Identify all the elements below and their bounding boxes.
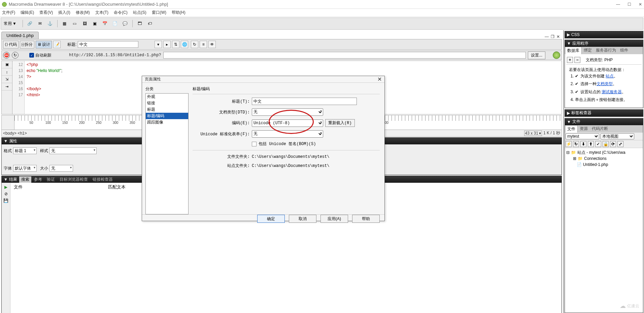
- test-server-link[interactable]: 测试服务器: [602, 90, 622, 94]
- refresh-page-icon[interactable]: ↻: [12, 52, 19, 59]
- tag-selector[interactable]: <body> <h1>: [3, 131, 27, 136]
- get-files-icon[interactable]: ⬇: [580, 141, 586, 147]
- format-select[interactable]: 标题 1: [13, 147, 37, 154]
- view-split-button[interactable]: ⌸ 拆分: [20, 41, 34, 48]
- tag-chooser-icon[interactable]: 🏷: [146, 20, 154, 27]
- size-select[interactable]: 无: [49, 165, 73, 172]
- view-design-button[interactable]: 🖥 设计: [36, 41, 52, 48]
- gutter-expand-icon[interactable]: ▣: [2, 61, 12, 68]
- view-code-button[interactable]: ⟨⟩ 代码: [3, 41, 19, 48]
- create-site-link[interactable]: 站点: [606, 74, 614, 78]
- gutter-arrows-icon[interactable]: ↕: [2, 68, 12, 76]
- cat-title-encoding[interactable]: 标题/编码: [146, 113, 188, 119]
- untitled-file[interactable]: Untitled-1.php: [583, 162, 608, 168]
- media-icon[interactable]: ▣: [91, 20, 99, 27]
- files-tab-snippets[interactable]: 代码片断: [590, 125, 610, 133]
- menu-text[interactable]: 文本(T): [95, 10, 108, 15]
- application-panel-title[interactable]: 应用程序: [572, 41, 588, 46]
- connect-icon[interactable]: ⚡: [566, 141, 572, 147]
- expand-files-icon[interactable]: ⤢: [617, 141, 623, 147]
- stop-icon[interactable]: ⛔: [3, 52, 10, 59]
- doc-minimize-button[interactable]: —: [545, 34, 549, 39]
- doc-restore-button[interactable]: ❐: [551, 34, 554, 39]
- results-run-icon[interactable]: ▶: [4, 185, 7, 189]
- cat-appearance[interactable]: 外观: [146, 94, 188, 100]
- menu-modify[interactable]: 修改(M): [76, 10, 90, 15]
- menu-help[interactable]: 帮助(H): [172, 10, 185, 15]
- title-field[interactable]: [252, 98, 357, 105]
- document-tab[interactable]: Untitled-1.php: [1, 32, 39, 39]
- menu-commands[interactable]: 命令(C): [114, 10, 128, 15]
- dtd-select[interactable]: 无: [252, 108, 323, 116]
- add-connection-button[interactable]: +: [567, 57, 573, 63]
- toolbar-group-select[interactable]: 常用 ▼: [4, 21, 16, 27]
- doc-type-link[interactable]: 文档类型: [597, 81, 613, 86]
- normalization-select[interactable]: 无: [252, 130, 323, 138]
- put-files-icon[interactable]: ⬆: [588, 141, 594, 147]
- remove-connection-button[interactable]: −: [574, 57, 580, 63]
- preview-browser-icon[interactable]: 🌐: [181, 41, 188, 48]
- menu-insert[interactable]: 插入(I): [58, 10, 70, 15]
- site-select[interactable]: mytest: [566, 133, 599, 139]
- auto-refresh-toggle[interactable]: ✓自动刷新: [29, 53, 52, 58]
- comment-icon[interactable]: 💬: [122, 20, 129, 27]
- check-browser-icon[interactable]: ▸: [163, 41, 171, 48]
- dialog-close-button[interactable]: ✕: [377, 76, 382, 82]
- templates-icon[interactable]: 🗔: [136, 20, 143, 27]
- site-root-node[interactable]: 站点 - mytest (C:\Users\wa: [577, 149, 625, 155]
- files-tab-assets[interactable]: 资源: [578, 125, 590, 133]
- results-tab-browser-check[interactable]: 目标浏览器检查: [58, 176, 90, 183]
- font-select[interactable]: 默认字体: [13, 165, 37, 172]
- live-view-icon[interactable]: 📝: [53, 41, 61, 48]
- bom-checkbox[interactable]: [252, 142, 257, 146]
- menu-edit[interactable]: 编辑(E): [21, 10, 34, 15]
- tag-inspector-title[interactable]: 标签检查器: [571, 110, 591, 116]
- encoding-select[interactable]: Unicode (UTF-8): [252, 119, 323, 127]
- email-link-icon[interactable]: ✉: [36, 20, 44, 27]
- apply-button[interactable]: 应用(A): [320, 215, 348, 223]
- menu-window[interactable]: 窗口(W): [152, 10, 166, 15]
- menu-view[interactable]: 查看(V): [39, 10, 53, 15]
- view-select[interactable]: 本地视图: [601, 133, 634, 139]
- cat-headings[interactable]: 标题: [146, 106, 188, 113]
- app-tab-bindings[interactable]: 绑定: [582, 47, 594, 54]
- results-save-icon[interactable]: 💾: [3, 198, 8, 203]
- close-button[interactable]: ✕: [639, 2, 642, 7]
- file-mgmt-icon[interactable]: ⇅: [172, 41, 179, 48]
- minimize-button[interactable]: —: [616, 2, 620, 7]
- maximize-button[interactable]: ☐: [628, 2, 631, 7]
- gutter-collapse-icon[interactable]: ⇲: [2, 76, 12, 83]
- doc-close-button[interactable]: ✕: [556, 34, 560, 39]
- server-include-icon[interactable]: 📄: [111, 20, 119, 27]
- help-button[interactable]: 帮助: [352, 215, 380, 223]
- file-tree[interactable]: ⊟ 📁 站点 - mytest (C:\Users\wa ⊞ 📁 Connect…: [565, 148, 643, 169]
- ruler-origin-icon[interactable]: [2, 115, 14, 130]
- results-tab-validate[interactable]: 验证: [45, 176, 57, 183]
- checkin-icon[interactable]: 🔒: [603, 141, 609, 147]
- connections-folder[interactable]: Connections: [584, 155, 607, 162]
- files-tab-files[interactable]: 文件: [565, 125, 578, 133]
- gutter-indent-icon[interactable]: ⇥: [2, 83, 12, 91]
- css-panel-title[interactable]: CSS: [571, 32, 580, 37]
- app-tab-database[interactable]: 数据库: [565, 47, 582, 54]
- cat-links[interactable]: 链接: [146, 100, 188, 106]
- reload-button[interactable]: 重新载入(R): [325, 119, 355, 127]
- refresh-icon[interactable]: ↻: [191, 41, 198, 48]
- app-tab-components[interactable]: 组件: [618, 47, 630, 54]
- view-options-icon[interactable]: ≡: [200, 41, 207, 48]
- validate-icon[interactable]: ▾: [155, 41, 162, 48]
- menu-site[interactable]: 站点(S): [133, 10, 146, 15]
- app-tab-server-behaviors[interactable]: 服务器行为: [594, 47, 618, 54]
- page-title-input[interactable]: [78, 41, 138, 48]
- settings-button[interactable]: 设置...: [528, 51, 545, 59]
- table-icon[interactable]: ▦: [61, 20, 68, 27]
- refresh-files-icon[interactable]: ↻: [573, 141, 579, 147]
- cancel-button[interactable]: 取消: [289, 215, 316, 223]
- sync-icon[interactable]: ⟳: [610, 141, 616, 147]
- ok-button[interactable]: 确定: [257, 215, 285, 223]
- date-icon[interactable]: 📅: [101, 20, 109, 27]
- image-icon[interactable]: 🖼: [81, 20, 89, 27]
- checkout-icon[interactable]: ✓: [595, 141, 601, 147]
- div-icon[interactable]: ▭: [71, 20, 78, 27]
- visual-aids-icon[interactable]: 👁: [208, 41, 216, 48]
